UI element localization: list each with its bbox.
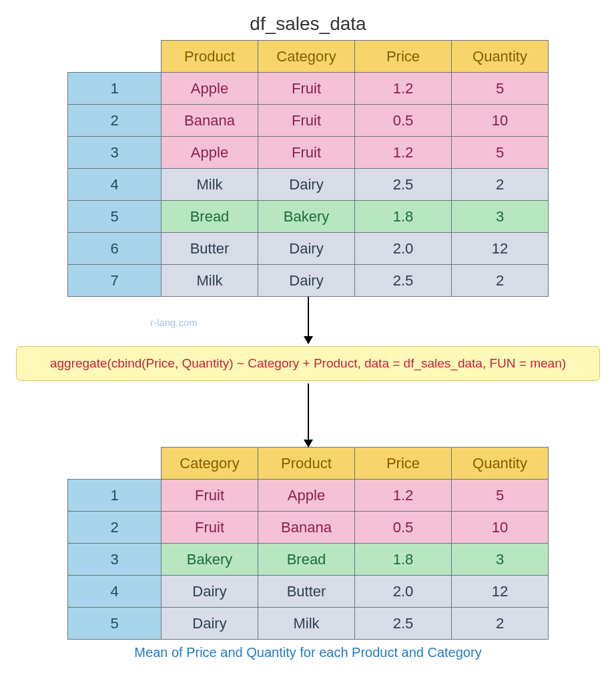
cell: Apple	[258, 480, 355, 512]
corner-cell	[68, 448, 162, 480]
cell: 10	[452, 512, 549, 544]
cell: Milk	[258, 608, 355, 640]
code-expression: aggregate(cbind(Price, Quantity) ~ Categ…	[16, 346, 600, 381]
cell: 2.5	[355, 169, 452, 201]
col-header: Product	[162, 41, 258, 73]
row-index: 3	[68, 137, 162, 169]
cell: Fruit	[258, 73, 355, 105]
cell: 0.5	[355, 105, 452, 137]
cell: Fruit	[258, 105, 355, 137]
cell: 3	[452, 201, 549, 233]
cell: 5	[452, 73, 549, 105]
table-row: 3 Apple Fruit 1.2 5	[68, 137, 549, 169]
table-row: 2 Fruit Banana 0.5 10	[68, 512, 549, 544]
cell: 10	[452, 105, 549, 137]
cell: Bakery	[258, 201, 355, 233]
col-header: Quantity	[452, 41, 549, 73]
row-index: 7	[68, 265, 162, 297]
col-header: Price	[355, 41, 452, 73]
cell: 2	[452, 169, 549, 201]
table-row: 1 Apple Fruit 1.2 5	[68, 73, 549, 105]
arrow-down-2	[7, 384, 609, 447]
cell: Dairy	[258, 265, 355, 297]
table-row: 4 Dairy Butter 2.0 12	[68, 576, 549, 608]
table-row: 7 Milk Dairy 2.5 2	[68, 265, 549, 297]
table-row: 5 Bread Bakery 1.8 3	[68, 201, 549, 233]
row-index: 1	[68, 73, 162, 105]
cell: 12	[452, 576, 549, 608]
output-table-wrap: Category Product Price Quantity 1 Fruit …	[7, 447, 609, 640]
cell: 1.8	[355, 544, 452, 576]
cell: 2.0	[355, 233, 452, 265]
cell: Milk	[162, 169, 258, 201]
row-index: 5	[68, 608, 162, 640]
input-table-wrap: Product Category Price Quantity 1 Apple …	[7, 40, 609, 297]
col-header: Category	[258, 41, 355, 73]
cell: Bread	[258, 544, 355, 576]
output-table: Category Product Price Quantity 1 Fruit …	[67, 447, 549, 640]
cell: Fruit	[258, 137, 355, 169]
col-header: Category	[162, 448, 258, 480]
cell: 12	[452, 233, 549, 265]
cell: 5	[452, 137, 549, 169]
row-index: 6	[68, 233, 162, 265]
cell: Apple	[162, 137, 258, 169]
col-header: Quantity	[452, 448, 549, 480]
cell: 2.5	[355, 608, 452, 640]
cell: 1.2	[355, 73, 452, 105]
cell: Bakery	[162, 544, 258, 576]
cell: Bread	[162, 201, 258, 233]
result-caption: Mean of Price and Quantity for each Prod…	[7, 645, 609, 660]
input-table: Product Category Price Quantity 1 Apple …	[67, 40, 549, 297]
cell: 3	[452, 544, 549, 576]
table-row: 3 Bakery Bread 1.8 3	[68, 544, 549, 576]
cell: Milk	[162, 265, 258, 297]
cell: Banana	[258, 512, 355, 544]
table-row: 2 Banana Fruit 0.5 10	[68, 105, 549, 137]
cell: 1.2	[355, 137, 452, 169]
row-index: 1	[68, 480, 162, 512]
row-index: 2	[68, 512, 162, 544]
watermark-text: r-lang.com	[150, 317, 198, 328]
corner-cell	[68, 41, 162, 73]
cell: Fruit	[162, 512, 258, 544]
cell: 2	[452, 265, 549, 297]
cell: Butter	[258, 576, 355, 608]
cell: Dairy	[258, 233, 355, 265]
cell: 5	[452, 480, 549, 512]
header-row: Product Category Price Quantity	[68, 41, 549, 73]
row-index: 5	[68, 201, 162, 233]
cell: 1.2	[355, 480, 452, 512]
cell: 2.5	[355, 265, 452, 297]
table-row: 5 Dairy Milk 2.5 2	[68, 608, 549, 640]
cell: Dairy	[162, 608, 258, 640]
cell: Fruit	[162, 480, 258, 512]
row-index: 2	[68, 105, 162, 137]
cell: Butter	[162, 233, 258, 265]
arrow-icon	[308, 384, 309, 447]
cell: Apple	[162, 73, 258, 105]
col-header: Product	[258, 448, 355, 480]
row-index: 3	[68, 544, 162, 576]
table-row: 6 Butter Dairy 2.0 12	[68, 233, 549, 265]
cell: Banana	[162, 105, 258, 137]
cell: 1.8	[355, 201, 452, 233]
table-row: 1 Fruit Apple 1.2 5	[68, 480, 549, 512]
arrow-down-1: r-lang.com	[7, 297, 609, 344]
cell: 2.0	[355, 576, 452, 608]
diagram-title: df_sales_data	[7, 13, 609, 35]
cell: 2	[452, 608, 549, 640]
col-header: Price	[355, 448, 452, 480]
cell: Dairy	[258, 169, 355, 201]
row-index: 4	[68, 576, 162, 608]
header-row: Category Product Price Quantity	[68, 448, 549, 480]
cell: Dairy	[162, 576, 258, 608]
table-row: 4 Milk Dairy 2.5 2	[68, 169, 549, 201]
cell: 0.5	[355, 512, 452, 544]
arrow-icon	[308, 297, 309, 344]
row-index: 4	[68, 169, 162, 201]
